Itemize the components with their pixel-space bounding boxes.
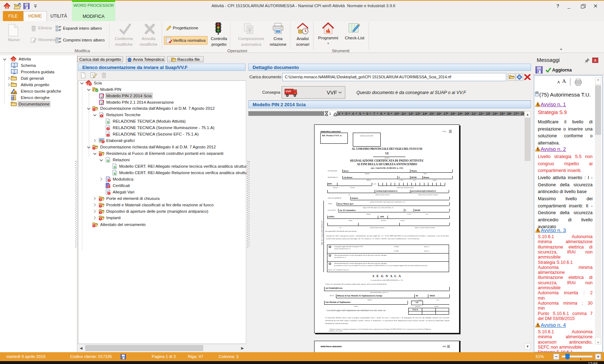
svg-text:T: T xyxy=(249,30,251,34)
svg-text:VVF: VVF xyxy=(286,90,291,93)
